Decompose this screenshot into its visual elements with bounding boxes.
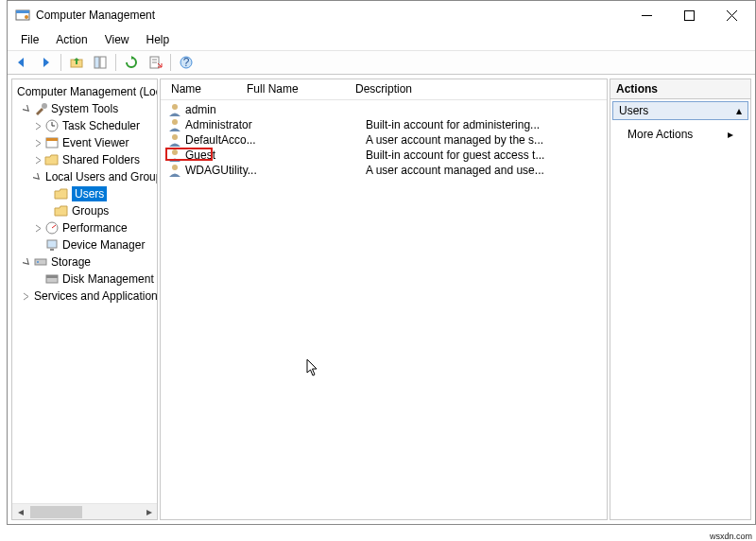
user-name: Administrator [185,118,257,131]
device-icon [44,237,60,253]
user-description: Built-in account for guest access t... [366,148,605,162]
tree-disk-management[interactable]: Disk Management [12,270,157,288]
minimize-button[interactable] [626,1,668,29]
collapse-icon[interactable] [33,172,42,183]
tree-event-viewer[interactable]: Event Viewer [12,134,157,151]
folder-icon [54,186,69,201]
svg-point-41 [172,149,178,155]
title-bar[interactable]: Computer Management [8,1,755,29]
tree-groups[interactable]: Groups [12,202,157,219]
svg-rect-1 [16,10,29,13]
svg-point-17 [42,103,47,109]
collapse-arrow-icon: ▴ [736,104,742,117]
user-icon [167,102,182,117]
user-name: DefaultAcco... [185,133,257,147]
maximize-button[interactable] [668,1,711,29]
user-name: WDAGUtility... [185,164,257,177]
tree-services-apps[interactable]: Services and Applications [12,288,157,305]
svg-point-38 [172,104,178,110]
submenu-arrow-icon: ▸ [728,128,733,141]
user-name: Guest [185,148,257,162]
svg-rect-4 [685,10,695,20]
tree-pane: Computer Management (Local System Tools … [11,79,158,520]
folder-icon [54,203,69,218]
svg-point-42 [172,165,178,170]
svg-point-39 [172,119,178,125]
column-name[interactable]: Name [165,79,241,99]
tools-icon [33,101,48,116]
scroll-left-icon[interactable]: ◂ [12,505,28,519]
toolbar-separator [115,54,116,71]
svg-rect-26 [47,240,57,248]
list-item[interactable]: DefaultAcco...A user account managed by … [163,132,605,148]
tree-horizontal-scrollbar[interactable]: ◂ ▸ [12,503,157,519]
svg-text:?: ? [183,56,190,69]
svg-rect-28 [35,259,46,265]
collapse-icon[interactable] [22,257,32,268]
menu-help[interactable]: Help [139,31,178,48]
back-button[interactable] [11,52,32,73]
tree-users[interactable]: Users [12,185,157,202]
column-description[interactable]: Description [350,79,607,99]
svg-rect-31 [46,275,58,278]
user-name: admin [185,103,257,116]
toolbar: ? [8,50,755,75]
actions-section[interactable]: Users ▴ [612,101,748,120]
help-button[interactable]: ? [176,52,197,73]
expand-icon[interactable] [33,121,43,131]
svg-point-40 [172,134,178,140]
up-folder-button[interactable] [66,52,87,73]
clock-icon [44,118,60,133]
forward-button[interactable] [35,52,56,73]
menu-action[interactable]: Action [48,31,94,48]
list-item[interactable]: WDAGUtility...A user account managed and… [163,163,605,178]
window-title: Computer Management [36,9,626,22]
scroll-right-icon[interactable]: ▸ [141,505,157,519]
tree-task-scheduler[interactable]: Task Scheduler [12,117,157,134]
expand-icon[interactable] [33,155,43,166]
user-icon [167,148,182,163]
expand-icon[interactable] [33,138,43,148]
tree-shared-folders[interactable]: Shared Folders [12,151,157,168]
show-hide-tree-button[interactable] [90,52,111,73]
user-description: Built-in account for administering... [366,118,605,131]
user-description: A user account managed and use... [366,164,605,177]
svg-point-2 [25,15,28,19]
expand-icon[interactable] [33,223,43,234]
list-item[interactable]: GuestBuilt-in account for guest access t… [163,148,605,163]
svg-rect-8 [94,57,99,68]
actions-pane: Actions Users ▴ More Actions ▸ [610,79,751,520]
actions-section-label: Users [619,104,648,117]
menu-view[interactable]: View [97,31,137,48]
expand-icon[interactable] [22,291,30,302]
scroll-thumb[interactable] [30,506,82,518]
app-icon [15,8,30,23]
tree-local-users-groups[interactable]: Local Users and Groups [12,168,157,185]
refresh-button[interactable] [121,52,142,73]
more-actions[interactable]: More Actions ▸ [610,124,750,145]
user-icon [167,163,182,178]
toolbar-separator [170,54,171,71]
tree-device-manager[interactable]: Device Manager [12,236,157,253]
collapse-icon[interactable] [22,104,32,114]
event-icon [44,135,60,150]
column-fullname[interactable]: Full Name [241,79,350,99]
tree-storage[interactable]: Storage [12,253,157,270]
actions-header: Actions [610,79,750,99]
tree-root[interactable]: Computer Management (Local [12,83,157,100]
performance-icon [44,220,60,236]
list-item[interactable]: admin [163,102,605,117]
menu-bar: File Action View Help [8,29,755,50]
disk-icon [44,271,60,287]
menu-file[interactable]: File [13,31,46,48]
watermark: wsxdn.com [710,532,752,541]
toolbar-separator [60,54,61,71]
tree-performance[interactable]: Performance [12,219,157,236]
tree-system-tools[interactable]: System Tools [12,100,157,117]
storage-icon [33,254,48,270]
window-frame: Computer Management File Action View Hel… [7,0,756,525]
close-button[interactable] [711,1,753,29]
list-item[interactable]: AdministratorBuilt-in account for admini… [163,117,605,132]
export-list-button[interactable] [145,52,165,73]
svg-rect-27 [50,249,54,251]
